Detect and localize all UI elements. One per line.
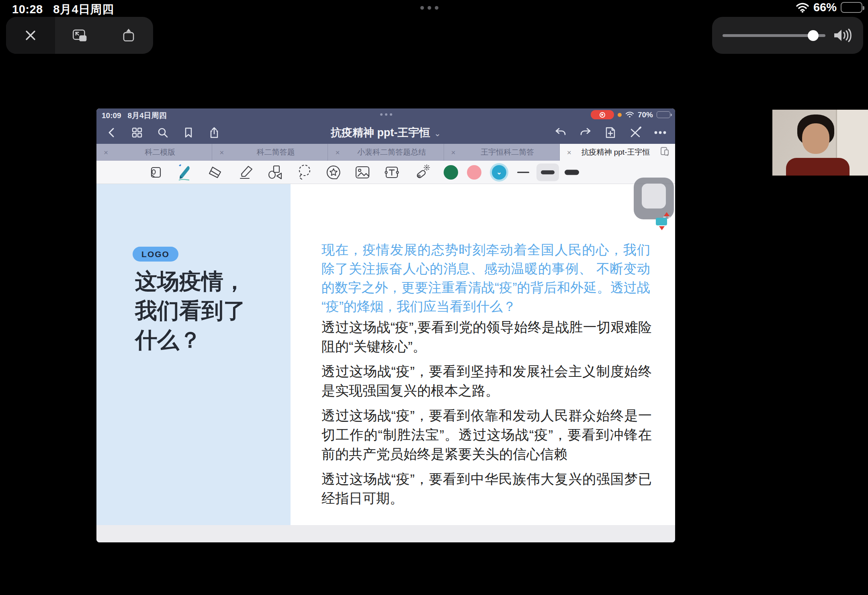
sticker-tool[interactable] xyxy=(326,164,342,180)
battery-icon xyxy=(841,2,862,13)
color-swatch-pink[interactable] xyxy=(467,165,481,180)
stroke-thin-option[interactable] xyxy=(517,172,529,173)
highlighter-tool[interactable] xyxy=(238,164,254,180)
document-page[interactable]: LOGO 这场疫情， 我们看到了 什么？ 现在，疫情发展的态势时刻牵动着全国人民… xyxy=(96,184,675,525)
pen-tool-selected[interactable] xyxy=(176,164,194,181)
microphone-indicator-dot xyxy=(618,113,622,117)
undo-icon xyxy=(555,127,567,138)
outer-date: 8月4日周四 xyxy=(53,3,114,16)
tab-ke2-moban[interactable]: × 科二模版 xyxy=(96,144,212,161)
tab-close-icon[interactable]: × xyxy=(104,149,108,156)
webcam-video-thumbnail[interactable] xyxy=(772,110,868,176)
sticker-star-icon xyxy=(326,164,342,180)
swatch-chevron-icon: ⌄ xyxy=(496,168,502,176)
ipad-battery-icon xyxy=(657,111,670,118)
eraser-tool[interactable] xyxy=(207,165,223,180)
ellipsis-icon xyxy=(654,131,667,135)
screen-recording-indicator[interactable] xyxy=(591,110,614,119)
slide-left-panel: LOGO 这场疫情， 我们看到了 什么？ xyxy=(96,184,291,525)
outer-status-time-date: 10:28 8月4日周四 xyxy=(12,2,114,18)
slide-title-line: 我们看到了 xyxy=(135,296,246,325)
redo-button[interactable] xyxy=(578,125,593,140)
control-segment xyxy=(55,17,153,54)
ipad-nav-bar: 抗疫精神 ppt-王宇恒⌄ xyxy=(96,121,675,144)
tab-label: 小裴科二简答题总结 xyxy=(340,147,444,157)
tab-close-icon[interactable]: × xyxy=(567,149,571,156)
stroke-medium-option-selected[interactable] xyxy=(536,164,559,181)
annotation-toolbar: ⌄ xyxy=(96,161,675,184)
slide-title-line: 什么？ xyxy=(135,325,246,355)
document-view-tool[interactable] xyxy=(149,165,163,180)
mirroring-indicator-icon[interactable] xyxy=(656,218,667,225)
window-handle-dots[interactable] xyxy=(420,6,438,10)
rotate-orientation-icon xyxy=(121,27,136,44)
pip-button[interactable] xyxy=(72,28,87,43)
outer-time: 10:28 xyxy=(12,3,43,16)
tab-xiaopei-zongjie[interactable]: × 小裴科二简答题总结 xyxy=(328,144,444,161)
blue-color-icon: ⌄ xyxy=(492,165,506,180)
pen-tool-icon xyxy=(176,164,194,181)
text-icon xyxy=(383,165,400,180)
slide-paragraph: 透过这场战“疫”，要看到依靠和发动人民群众始终是一切工作的“制胜法宝”。透过这场… xyxy=(321,406,652,464)
orientation-button[interactable] xyxy=(121,28,136,43)
title-chevron-icon: ⌄ xyxy=(434,129,441,138)
tab-close-icon[interactable]: × xyxy=(335,149,340,156)
mirroring-arrow-up-icon xyxy=(664,212,669,216)
mirroring-arrow-down-icon xyxy=(659,226,665,230)
slide-paragraph: 透过这场战“疫”,要看到党的领导始终是战胜一切艰难险阻的“关键核心”。 xyxy=(321,317,652,356)
document-tab-bar: × 科二模版 × 科二简答题 × 小裴科二简答题总结 × 王宇恒科二简答 × 抗… xyxy=(96,144,675,161)
tab-label: 科二简答题 xyxy=(224,147,328,157)
laser-pointer-icon xyxy=(414,164,430,181)
image-tool[interactable] xyxy=(354,165,371,180)
ipad-window-handle-dots xyxy=(380,113,392,116)
redo-icon xyxy=(579,127,592,138)
screen: 10:28 8月4日周四 66% xyxy=(0,0,868,595)
tab-kangyi-jingshen-active[interactable]: × 抗疫精神 ppt-王宇恒 xyxy=(560,144,675,161)
undo-button[interactable] xyxy=(553,125,568,140)
tab-wangyuheng-jianda[interactable]: × 王宇恒科二简答 xyxy=(444,144,560,161)
thin-stroke-icon xyxy=(517,172,529,173)
volume-slider[interactable] xyxy=(723,34,825,37)
image-icon xyxy=(354,165,371,180)
laser-pointer-tool[interactable] xyxy=(414,164,430,181)
stroke-thick-option[interactable] xyxy=(565,170,579,175)
selected-stroke-chip xyxy=(536,164,559,181)
slide-paragraph: 透过这场战“疫”，要看到坚持和发展社会主义制度始终是实现强国复兴的根本之路。 xyxy=(321,362,652,400)
ipad-date: 8月4日周四 xyxy=(127,111,166,120)
slide-title-line: 这场疫情， xyxy=(135,267,246,296)
green-color-icon xyxy=(444,165,458,180)
tab-ke2-jiandati[interactable]: × 科二简答题 xyxy=(212,144,328,161)
thick-stroke-icon xyxy=(565,170,579,175)
speaker-icon xyxy=(832,27,853,44)
outer-status-right: 66% xyxy=(796,1,862,14)
pen-mode-toggle-button[interactable] xyxy=(628,125,643,140)
ipad-status-right: 70% xyxy=(591,110,670,119)
lasso-tool[interactable] xyxy=(296,164,312,181)
shapes-icon xyxy=(267,164,283,180)
volume-slider-knob[interactable] xyxy=(808,30,819,41)
record-icon xyxy=(600,112,605,118)
tab-close-icon[interactable]: × xyxy=(451,149,456,156)
webcam-person-face xyxy=(802,123,829,154)
screen-share-controls xyxy=(6,17,153,54)
color-swatch-blue-selected[interactable]: ⌄ xyxy=(492,165,506,180)
pen-crossed-icon xyxy=(629,127,641,139)
page-bottom-margin xyxy=(96,525,675,542)
ipad-status-bar: 10:09 8月4日周四 70% xyxy=(96,108,675,121)
tab-close-icon[interactable]: × xyxy=(219,149,224,156)
nav-right-icons xyxy=(553,125,668,140)
add-page-button[interactable] xyxy=(603,125,618,140)
ipad-time: 10:09 xyxy=(102,111,121,120)
tab-label: 王宇恒科二简答 xyxy=(456,147,559,157)
pip-icon xyxy=(72,27,87,43)
close-icon xyxy=(23,28,38,43)
more-options-button[interactable] xyxy=(653,125,668,140)
text-tool[interactable] xyxy=(383,165,400,180)
page-copy-icon[interactable] xyxy=(660,146,669,158)
tab-label: 抗疫精神 ppt-王宇恒 xyxy=(571,147,660,157)
close-button[interactable] xyxy=(6,17,55,54)
ipad-battery-percent: 70% xyxy=(638,110,653,119)
slide-logo-badge: LOGO xyxy=(133,247,178,262)
color-swatch-green[interactable] xyxy=(444,165,458,180)
shapes-tool[interactable] xyxy=(267,164,283,180)
